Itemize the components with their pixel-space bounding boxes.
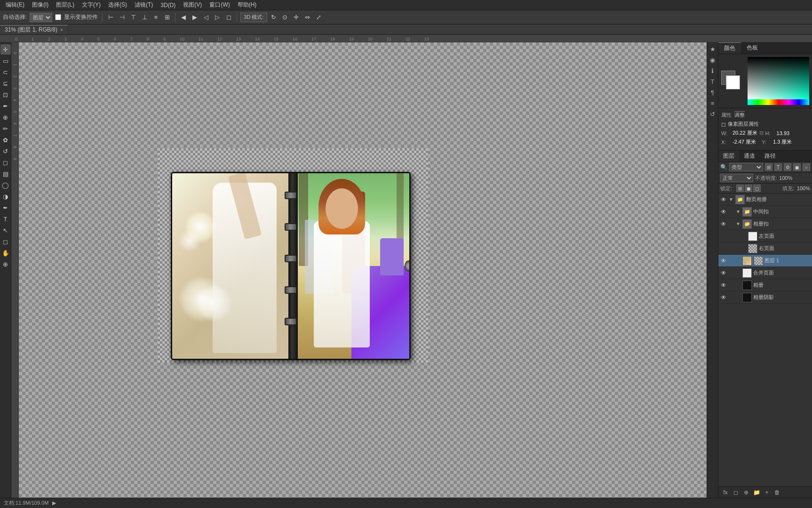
blend-mode-select[interactable]: 正常 [720,174,753,182]
color-gradient[interactable] [748,57,809,99]
layer-expand-1[interactable]: ▼ [735,209,741,215]
add-layer-btn[interactable]: + [763,488,771,497]
distribute-bottom-icon[interactable]: ◻ [224,13,233,22]
filter-btn-2[interactable]: T [774,163,782,171]
hand-tool[interactable]: ✋ [0,248,11,258]
layer-expand-3[interactable] [741,234,747,239]
lock-img-btn[interactable]: ◼ [745,185,752,192]
layer-vis-4[interactable]: 👁 [720,245,727,252]
link-icon[interactable]: ⊟ [759,130,764,136]
3d-orbit-icon[interactable]: ⊙ [280,13,290,22]
pen-tool[interactable]: ✒ [0,202,11,213]
distribute-left-icon[interactable]: ◀ [179,13,188,22]
heal-tool[interactable]: ⊕ [0,112,11,122]
align-center-v-icon[interactable]: ⊣ [117,13,127,22]
canvas-area[interactable] [19,42,707,498]
tab-channels[interactable]: 通道 [739,151,760,161]
lock-pos-btn[interactable]: ◻ [753,185,761,192]
text-tool[interactable]: T [0,214,11,224]
align-left-icon[interactable]: ⊢ [106,13,115,22]
main-tab[interactable]: 31% (图层 1, RGB/8) × [0,25,68,34]
menu-window[interactable]: 窗口(W) [206,0,233,10]
quick-select-tool[interactable]: ⊆ [0,78,11,89]
layer-item-xiangceyingying[interactable]: 👁 相册阴影 [718,291,812,304]
shape-tool[interactable]: ◻ [0,236,11,247]
layer-vis-7[interactable]: 👁 [720,282,727,289]
color-tab-color[interactable]: 颜色 [718,42,741,54]
add-adjustment-btn[interactable]: ⊕ [742,488,750,497]
align-bottom-icon[interactable]: ⊞ [162,13,172,22]
layer-expand-5[interactable] [735,258,741,264]
panel-icon-history[interactable]: ↺ [708,109,717,119]
menu-edit[interactable]: 编辑(E) [2,0,28,10]
filter-type-select[interactable]: 类型 [729,163,763,171]
lasso-tool[interactable]: ⊂ [0,67,11,77]
delete-layer-btn[interactable]: 🗑 [773,488,781,497]
layer-expand-8[interactable] [735,295,741,300]
move-tool[interactable]: ✛ [0,44,11,55]
crop-tool[interactable]: ⊡ [0,89,11,100]
align-middle-h-icon[interactable]: ≡ [151,13,160,22]
panel-icon-char[interactable]: ¶ [708,88,717,97]
3d-rotate-icon[interactable]: ↻ [269,13,279,22]
zoom-tool[interactable]: ⊕ [0,259,11,269]
tab-close-btn[interactable]: × [60,27,63,32]
layer-item-hebingye[interactable]: 👁 合并页面 [718,267,812,279]
layer-expand-6[interactable] [735,270,741,276]
layer-expand-2[interactable]: ▼ [735,221,741,227]
filter-btn-1[interactable]: ⊞ [765,163,772,171]
layer-vis-5[interactable]: 👁 [720,258,727,264]
layer-item-zuoyemian[interactable]: 👁 左页面 [718,230,812,242]
menu-image[interactable]: 图像(I) [28,0,52,10]
filter-toggle[interactable]: ○ [803,163,810,171]
bg-color-swatch[interactable] [726,75,740,89]
layer-vis-6[interactable]: 👁 [720,270,727,276]
3d-pan-icon[interactable]: ✛ [292,13,301,22]
add-mask-btn[interactable]: ◻ [732,488,740,497]
3d-slide-icon[interactable]: ⇔ [303,13,312,22]
layer-item-fanzhangtupian[interactable]: 👁 ▼ 📁 翻页相册 [718,194,812,206]
menu-view[interactable]: 视图(V) [179,0,206,10]
eraser-tool[interactable]: ◻ [0,157,11,168]
filter-btn-4[interactable]: ◼ [793,163,801,171]
3d-scale-icon[interactable]: ⤢ [314,13,324,22]
layer-expand-7[interactable] [735,282,741,288]
add-style-btn[interactable]: fx [721,488,730,497]
tab-paths[interactable]: 路径 [760,151,780,161]
panel-icon-text[interactable]: T [708,77,717,86]
layer-item-xiangce[interactable]: 👁 相册 [718,279,812,291]
clone-tool[interactable]: ✿ [0,135,11,145]
layer-expand-4[interactable] [741,246,747,251]
distribute-right-icon[interactable]: ◁ [201,13,211,22]
layer-vis-0[interactable]: 👁 [720,196,727,203]
color-hue-bar[interactable] [748,99,809,105]
eyedropper-tool[interactable]: ✒ [0,101,11,111]
align-right-icon[interactable]: ⊤ [128,13,138,22]
layer-vis-3[interactable]: 👁 [720,233,727,240]
layer-item-xiangcekao[interactable]: 👁 ▼ 📁 相册扣 [718,218,812,230]
layer-vis-2[interactable]: 👁 [720,221,727,227]
add-folder-btn[interactable]: 📁 [752,488,761,497]
distribute-top-icon[interactable]: ▷ [213,13,222,22]
gradient-tool[interactable]: ▤ [0,169,11,179]
layer-expand-0[interactable]: ▼ [728,197,734,202]
layer-item-zhongjiankao[interactable]: 👁 ▼ 📁 中间扣 [718,206,812,218]
attr-tab[interactable]: 属性 [721,112,732,119]
distribute-center-icon[interactable]: ▶ [190,13,199,22]
layer-select[interactable]: 图层 [30,13,52,22]
menu-3d[interactable]: 3D(D) [157,1,179,9]
marquee-tool[interactable]: ▭ [0,56,11,66]
tab-layers[interactable]: 图层 [718,151,739,161]
path-select-tool[interactable]: ↖ [0,225,11,235]
layer-vis-8[interactable]: 👁 [720,294,727,301]
panel-icon-info[interactable]: ℹ [708,66,717,75]
layer-item-1[interactable]: 👁 图层 1 [718,255,812,267]
lock-all-btn[interactable]: ⊞ [736,185,744,192]
menu-select[interactable]: 选择(S) [104,0,131,10]
menu-layer[interactable]: 图层(L) [52,0,78,10]
filter-btn-3[interactable]: ⚙ [784,163,791,171]
layer-vis-1[interactable]: 👁 [720,209,727,215]
status-arrow[interactable]: ▶ [52,500,56,506]
color-tab-swatches[interactable]: 色板 [741,42,764,54]
dodge-tool[interactable]: ◑ [0,191,11,202]
